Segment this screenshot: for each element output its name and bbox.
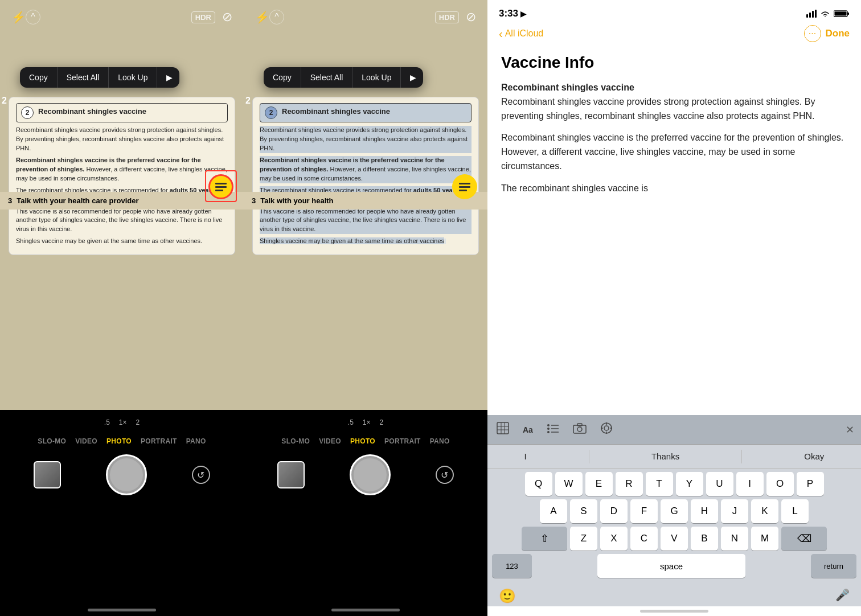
mode-slomo-2[interactable]: SLO-MO <box>281 437 310 445</box>
key-s[interactable]: S <box>570 499 597 523</box>
key-t[interactable]: T <box>646 472 673 496</box>
mic-button[interactable]: 🎤 <box>835 588 850 604</box>
chevron-up-icon-2[interactable]: ^ <box>269 10 284 24</box>
target-icon[interactable] <box>598 420 615 440</box>
mode-portrait-2[interactable]: PORTRAIT <box>384 437 421 445</box>
mode-portrait-1[interactable]: PORTRAIT <box>141 437 177 445</box>
shutter-button-2[interactable] <box>350 454 391 495</box>
key-p[interactable]: P <box>797 472 824 496</box>
key-g[interactable]: G <box>661 499 688 523</box>
suggestion-i[interactable]: I <box>513 449 538 463</box>
row-number-2b: 2 <box>245 96 251 106</box>
suggestion-okay[interactable]: Okay <box>793 449 835 463</box>
lightning-icon-2[interactable]: ⚡ <box>255 10 269 24</box>
key-d[interactable]: D <box>600 499 628 523</box>
key-x[interactable]: X <box>600 527 628 551</box>
key-f[interactable]: F <box>630 499 658 523</box>
camera-thumbnail-1[interactable] <box>34 461 61 488</box>
notes-back-button[interactable]: ‹ All iCloud <box>499 27 543 40</box>
keyboard-close-icon[interactable]: ✕ <box>846 424 854 436</box>
table-icon[interactable] <box>494 420 511 440</box>
live-text-icon-1[interactable] <box>208 174 233 199</box>
live-text-icon-2[interactable] <box>452 174 477 199</box>
shutter-button-1[interactable] <box>106 454 147 495</box>
mode-photo-1[interactable]: PHOTO <box>106 437 132 445</box>
look-up-button-2[interactable]: Look Up <box>352 67 401 88</box>
no-photo-icon-2[interactable]: ⊘ <box>466 10 476 24</box>
key-delete[interactable]: ⌫ <box>781 527 827 551</box>
key-z[interactable]: Z <box>570 527 597 551</box>
zoom-0-5-2[interactable]: .5 <box>345 417 357 428</box>
emoji-button[interactable]: 🙂 <box>499 588 516 604</box>
chevron-up-icon-1[interactable]: ^ <box>26 10 40 24</box>
done-button[interactable]: Done <box>826 28 850 39</box>
phone-panel-1: ⚡ ^ HDR ⊘ Copy Select All Look Up ▶ 2 2 … <box>0 0 244 616</box>
zoom-0-5-1[interactable]: .5 <box>101 417 113 428</box>
mode-pano-2[interactable]: PANO <box>430 437 450 445</box>
svg-rect-12 <box>835 12 847 16</box>
key-j[interactable]: J <box>721 499 748 523</box>
key-u[interactable]: U <box>706 472 733 496</box>
zoom-1x-2[interactable]: 1× <box>359 417 374 428</box>
camera-thumbnail-2[interactable] <box>277 461 305 488</box>
camera-icon[interactable] <box>571 420 589 439</box>
doc-card-2: 2 Recombinant shingles vaccine Recombina… <box>252 97 479 255</box>
mode-video-1[interactable]: VIDEO <box>75 437 97 445</box>
key-h[interactable]: H <box>691 499 718 523</box>
rotate-button-2[interactable]: ↺ <box>436 466 454 484</box>
list-icon[interactable] <box>544 420 561 440</box>
doc-number-1: 2 <box>21 106 34 119</box>
key-c[interactable]: C <box>630 527 658 551</box>
key-e[interactable]: E <box>585 472 613 496</box>
key-n[interactable]: N <box>721 527 748 551</box>
key-r[interactable]: R <box>616 472 643 496</box>
zoom-1x-1[interactable]: 1× <box>116 417 130 428</box>
camera-viewfinder-2: ⚡ ^ HDR ⊘ Copy Select All Look Up ▶ 2 2 … <box>244 0 487 410</box>
zoom-2x-1[interactable]: 2 <box>133 417 144 428</box>
key-m[interactable]: M <box>751 527 778 551</box>
hdr-badge-1[interactable]: HDR <box>191 11 215 23</box>
notes-status-bar: 3:33 ▶ <box>487 0 861 22</box>
svg-rect-13 <box>497 422 509 434</box>
key-space[interactable]: space <box>597 554 745 578</box>
key-i[interactable]: I <box>736 472 764 496</box>
notes-ellipsis-button[interactable]: ··· <box>804 25 821 42</box>
copy-button-2[interactable]: Copy <box>264 67 301 88</box>
doc-card-1: 2 Recombinant shingles vaccine Recombina… <box>9 97 235 255</box>
look-up-button-1[interactable]: Look Up <box>109 67 157 88</box>
more-button-2[interactable]: ▶ <box>401 67 423 88</box>
key-l[interactable]: L <box>781 499 809 523</box>
key-return[interactable]: return <box>811 554 856 578</box>
zoom-2x-2[interactable]: 2 <box>376 417 387 428</box>
copy-button-1[interactable]: Copy <box>20 67 58 88</box>
notes-body[interactable]: Recombinant shingles vaccineRecombinant … <box>501 81 847 210</box>
no-photo-icon-1[interactable]: ⊘ <box>222 10 232 24</box>
select-all-button-1[interactable]: Select All <box>58 67 109 88</box>
key-v[interactable]: V <box>661 527 688 551</box>
hdr-badge-2[interactable]: HDR <box>435 11 459 23</box>
key-a[interactable]: A <box>540 499 567 523</box>
mode-photo-2[interactable]: PHOTO <box>350 437 375 445</box>
key-k[interactable]: K <box>751 499 778 523</box>
suggestion-thanks[interactable]: Thanks <box>640 449 691 463</box>
key-123[interactable]: 123 <box>492 554 532 578</box>
more-button-1[interactable]: ▶ <box>157 67 179 88</box>
select-all-button-2[interactable]: Select All <box>301 67 353 88</box>
font-icon[interactable]: Aa <box>520 423 535 437</box>
key-shift[interactable]: ⇧ <box>522 527 567 551</box>
camera-bottom-2: .5 1× 2 SLO-MO VIDEO PHOTO PORTRAIT PANO… <box>244 410 487 616</box>
camera-modes-1: SLO-MO VIDEO PHOTO PORTRAIT PANO <box>0 430 244 449</box>
mode-slomo-1[interactable]: SLO-MO <box>38 437 66 445</box>
key-y[interactable]: Y <box>676 472 703 496</box>
svg-rect-8 <box>812 11 814 18</box>
camera-topbar-1: ⚡ ^ HDR ⊘ <box>0 0 244 34</box>
key-o[interactable]: O <box>766 472 794 496</box>
mode-pano-1[interactable]: PANO <box>186 437 206 445</box>
key-w[interactable]: W <box>555 472 583 496</box>
key-q[interactable]: Q <box>525 472 552 496</box>
suggestion-divider-1 <box>589 450 589 463</box>
mode-video-2[interactable]: VIDEO <box>319 437 341 445</box>
key-b[interactable]: B <box>691 527 718 551</box>
rotate-button-1[interactable]: ↺ <box>192 466 210 484</box>
lightning-icon-1[interactable]: ⚡ <box>11 10 26 24</box>
